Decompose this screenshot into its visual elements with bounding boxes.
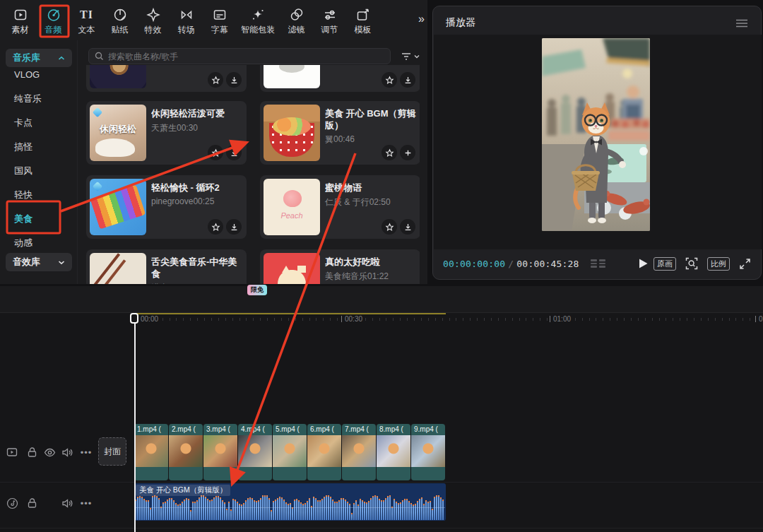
ruler-minor-tick: [603, 318, 603, 321]
media-library-panel: 音乐库 VLOG纯音乐卡点搞怪国风轻快美食动感 音效库 休闲轻松休闲轻松活泼可爱…: [0, 40, 427, 284]
ruler-minor-tick: [225, 318, 226, 321]
ratio-button[interactable]: 比例: [707, 257, 730, 271]
music-card[interactable]: 轻松愉快 - 循环2pinegroove00:25: [86, 175, 247, 239]
toolbar-item-sticker[interactable]: 贴纸: [103, 5, 136, 36]
original-quality-button[interactable]: 原画: [653, 257, 676, 271]
sidebar-category[interactable]: 搞怪: [0, 135, 78, 159]
player-menu-icon[interactable]: [735, 19, 748, 28]
filter-button[interactable]: [394, 47, 425, 65]
download-button[interactable]: [400, 219, 415, 235]
clip-thumbnail: [411, 435, 445, 467]
audio-track-more-icon[interactable]: •••: [80, 497, 93, 509]
cover-button[interactable]: 封面: [98, 437, 126, 466]
sidebar-category[interactable]: 动感: [0, 231, 78, 255]
limited-free-badge: 限免: [247, 285, 267, 295]
download-button[interactable]: [226, 72, 242, 88]
ruler-minor-tick: [519, 318, 520, 321]
toolbar-item-text[interactable]: TI 文本: [70, 5, 103, 36]
sidebar-category[interactable]: 美食: [0, 207, 78, 231]
toolbar-item-transition[interactable]: 转场: [170, 5, 203, 36]
music-duration: 00:25: [193, 196, 214, 206]
music-card[interactable]: Peach蜜桃物语仁辰 & 于行02:50: [260, 175, 420, 239]
download-button[interactable]: [226, 145, 242, 160]
music-title: 蜜桃物语: [325, 182, 417, 194]
fullscreen-icon[interactable]: [739, 258, 751, 270]
ruler-minor-tick: [512, 318, 513, 321]
video-track-more-icon[interactable]: •••: [80, 446, 93, 459]
music-card[interactable]: 舌尖美食音乐-中华美食洪尘01:41: [86, 249, 247, 284]
ruler-minor-tick: [435, 318, 436, 321]
toolbar-item-media[interactable]: 素材: [4, 5, 37, 36]
timeline-clip[interactable]: 7.mp4 (: [342, 424, 376, 480]
toolbar-expand-chevrons[interactable]: »: [418, 13, 423, 25]
timeline-clip[interactable]: 2.mp4 (: [169, 424, 203, 480]
clip-thumbnail: [377, 435, 410, 467]
video-track-icon: [6, 446, 18, 459]
timeline-clip[interactable]: 4.mp4 (: [238, 424, 272, 480]
favorite-button[interactable]: [382, 72, 397, 88]
favorite-button[interactable]: [208, 219, 223, 235]
clip-name: 3.mp4 (: [203, 424, 237, 435]
sidebar-category[interactable]: 卡点: [0, 111, 78, 135]
music-card[interactable]: 美食 开心 BGM（剪辑版）翼00:46: [260, 101, 420, 165]
sound-effects-header[interactable]: 音效库: [6, 253, 72, 271]
video-track-lock-icon[interactable]: [25, 446, 38, 459]
toolbar-item-filters[interactable]: 滤镜: [280, 5, 313, 36]
music-card[interactable]: [86, 65, 247, 92]
music-duration: 02:50: [369, 197, 391, 207]
audio-track-lock-icon[interactable]: [25, 497, 38, 509]
ruler-minor-tick: [428, 318, 429, 321]
timeline-clip[interactable]: 3.mp4 (: [203, 424, 237, 480]
toolbar-item-templates[interactable]: 模板: [346, 5, 379, 36]
sidebar-category[interactable]: 轻快: [0, 183, 78, 207]
toolbar-item-captions[interactable]: 字幕: [203, 5, 236, 36]
timeline-clip[interactable]: 6.mp4 (: [307, 424, 341, 480]
preview-focus-icon[interactable]: [685, 257, 698, 270]
audio-track-mute-icon[interactable]: [61, 497, 73, 509]
video-track-mute-icon[interactable]: [61, 446, 73, 459]
toolbar-item-smart-pack[interactable]: 智能包装: [236, 5, 280, 36]
sidebar-category[interactable]: 国风: [0, 159, 78, 183]
search-input[interactable]: [108, 52, 384, 61]
transition-icon: [179, 7, 194, 23]
ruler-minor-tick: [582, 318, 583, 321]
download-button[interactable]: [226, 219, 242, 235]
ruler-minor-tick: [204, 318, 205, 321]
add-to-track-button[interactable]: [400, 145, 415, 160]
music-search-box[interactable]: [88, 48, 391, 64]
templates-icon: [355, 7, 371, 23]
audio-clip[interactable]: 美食 开心 BGM（剪辑版）: [134, 483, 446, 521]
timeline-clip[interactable]: 9.mp4 (: [411, 424, 445, 480]
clip-thumbnail: [342, 435, 376, 467]
ruler-minor-tick: [526, 318, 526, 321]
favorite-button[interactable]: [208, 72, 223, 88]
music-artist: 翼: [325, 134, 333, 144]
video-track-visibility-icon[interactable]: [43, 446, 56, 459]
ruler-minor-tick: [323, 318, 324, 321]
ruler-minor-tick: [750, 318, 750, 321]
timeline-clip[interactable]: 8.mp4 (: [377, 424, 410, 480]
timeline-clip[interactable]: 1.mp4 (: [134, 424, 168, 480]
download-button[interactable]: [400, 72, 415, 88]
ruler-minor-tick: [400, 318, 401, 321]
sidebar-category[interactable]: 纯音乐: [0, 87, 78, 111]
timeline-clip[interactable]: 5.mp4 (: [273, 424, 307, 480]
favorite-button[interactable]: [382, 145, 397, 160]
toolbar-item-effects[interactable]: 特效: [136, 5, 170, 36]
playhead-handle[interactable]: [130, 313, 138, 324]
ruler-minor-tick: [610, 318, 610, 321]
chevron-up-icon: [58, 56, 65, 61]
favorite-button[interactable]: [382, 219, 397, 235]
ruler-minor-tick: [449, 318, 450, 321]
clip-thumbnail: [273, 435, 307, 467]
premium-gem-icon: [93, 182, 102, 191]
preview-quality-icon[interactable]: [591, 259, 605, 268]
play-button[interactable]: [638, 258, 649, 269]
toolbar-item-audio[interactable]: 音频: [37, 5, 70, 36]
toolbar-item-adjust[interactable]: 调节: [313, 5, 346, 36]
music-card[interactable]: [260, 65, 420, 92]
music-card[interactable]: 休闲轻松休闲轻松活泼可爱天萧生00:30: [86, 101, 247, 165]
sidebar-category[interactable]: VLOG: [0, 63, 78, 87]
music-card[interactable]: 真的太好吃啦美食纯音乐01:22: [260, 249, 420, 284]
favorite-button[interactable]: [208, 145, 223, 160]
